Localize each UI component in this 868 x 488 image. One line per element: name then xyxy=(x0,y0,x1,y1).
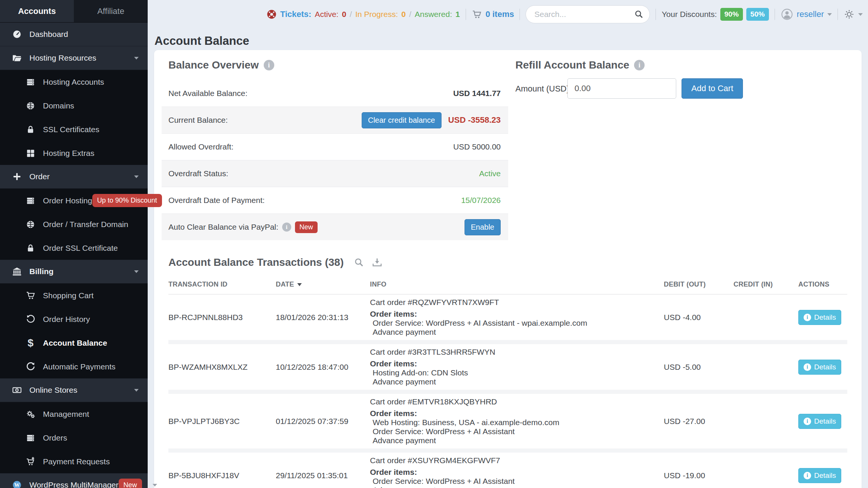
tab-affiliate[interactable]: Affiliate xyxy=(74,0,148,22)
add-to-cart-button[interactable]: Add to Cart xyxy=(682,78,743,99)
user-menu[interactable]: reseller xyxy=(781,8,832,21)
sidebar-item-billing[interactable]: Billing xyxy=(0,260,148,284)
search-box xyxy=(526,5,650,23)
transaction-debit: USD -19.00 xyxy=(664,471,734,480)
info-icon[interactable]: i xyxy=(264,60,274,70)
tickets-inprogress-label: In Progress: xyxy=(355,10,398,19)
transaction-id: BP-RCJPNNL88HD3 xyxy=(168,313,276,322)
discounts-area: Your Discounts: 90% 50% xyxy=(662,8,769,21)
caret-down-icon xyxy=(134,270,139,273)
sidebar-item-hosting-accounts[interactable]: Hosting Accounts xyxy=(0,70,148,94)
sidebar-item-hosting-resources[interactable]: Hosting Resources xyxy=(0,46,148,70)
sidebar-item-online-stores[interactable]: Online Stores xyxy=(0,378,148,402)
sidebar-badge: New xyxy=(119,479,142,488)
transaction-date: 29/11/2025 01:35:01 xyxy=(276,471,370,480)
overview-row-current-balance: Current Balance:Clear credit balanceUSD … xyxy=(162,107,508,133)
order-item: Order Service: WordPress + AI Assistant xyxy=(370,427,664,436)
overview-row-allowed-overdraft: Allowed Overdraft:USD 5000.00 xyxy=(162,133,508,160)
sidebar-item-label: Hosting Resources xyxy=(29,53,96,63)
server-icon xyxy=(23,196,38,206)
sidebar-item-domains[interactable]: Domains xyxy=(0,94,148,117)
sidebar-item-label: Online Stores xyxy=(29,386,77,395)
tab-accounts[interactable]: Accounts xyxy=(0,0,74,22)
sidebar-item-label: Order / Transfer Domain xyxy=(43,220,128,229)
col-transaction-id: TRANSACTION ID xyxy=(168,281,276,288)
col-date[interactable]: DATE xyxy=(276,281,370,288)
sort-desc-icon xyxy=(297,283,302,286)
sidebar-item-orders[interactable]: Orders xyxy=(0,426,148,450)
grid-icon xyxy=(23,148,38,158)
order-item: Order Service: WordPress + AI Assistant xyxy=(370,477,664,486)
balance-overview-title: Balance Overview i xyxy=(168,59,274,71)
table-search-icon[interactable] xyxy=(353,257,365,268)
globe-icon xyxy=(23,101,38,111)
order-item: Hosting Add-on: CDN Slots xyxy=(370,368,664,377)
refill-title-text: Refill Account Balance xyxy=(515,59,629,71)
transaction-date: 18/01/2026 20:31:13 xyxy=(276,313,370,322)
tickets-inprogress-count: 0 xyxy=(401,10,406,19)
sidebar-item-dashboard[interactable]: Dashboard xyxy=(0,23,148,46)
separator: / xyxy=(409,10,411,19)
sidebar-item-automatic-payments[interactable]: Automatic Payments xyxy=(0,355,148,378)
sidebar-item-order-transfer-domain[interactable]: Order / Transfer Domain xyxy=(0,212,148,236)
chevron-down-icon xyxy=(827,13,832,16)
cart-status[interactable]: 0 items xyxy=(472,9,514,20)
transaction-info: Cart order #XSUYRGM4EKGFWVF7Order items:… xyxy=(370,456,664,488)
sidebar-item-ssl-certificates[interactable]: SSL Certificates xyxy=(0,117,148,141)
amount-input[interactable] xyxy=(567,78,676,99)
sidebar-item-management[interactable]: Management xyxy=(0,402,148,426)
details-button[interactable]: iDetails xyxy=(798,310,841,325)
sidebar-item-wordpress-multimanager[interactable]: WWordPress MultiManagerNew xyxy=(0,473,148,488)
sidebar-item-label: SSL Certificates xyxy=(43,125,99,134)
sidebar-item-shopping-cart[interactable]: Shopping Cart xyxy=(0,284,148,307)
sidebar-item-order-history[interactable]: Order History xyxy=(0,307,148,331)
transactions-rows: BP-RCJPNNL88HD318/01/2026 20:31:13Cart o… xyxy=(168,294,847,488)
overview-value: USD 5000.00 xyxy=(453,142,501,151)
cart-items-count: 0 items xyxy=(486,9,514,19)
search-icon[interactable] xyxy=(634,9,644,20)
transaction-debit: USD -5.00 xyxy=(664,363,734,372)
wordpress-icon: W xyxy=(10,480,24,488)
sidebar-item-label: Account Balance xyxy=(43,339,107,348)
info-icon[interactable]: i xyxy=(282,223,291,232)
info-icon: i xyxy=(804,418,811,425)
order-item: Advance payment xyxy=(370,377,664,386)
transaction-info: Cart order #RQZWFYVRTN7XW9FTOrder items:… xyxy=(370,298,664,337)
transaction-id: BP-WZAMHX8MXLXZ xyxy=(168,363,276,372)
banknote-icon xyxy=(10,385,24,395)
discounts-label: Your Discounts: xyxy=(662,10,717,19)
sidebar: Accounts Affiliate DashboardHosting Reso… xyxy=(0,0,148,488)
transaction-info: Cart order #3R3TTLS3HRR5FWYNOrder items:… xyxy=(370,348,664,386)
sidebar-item-order-hosting[interactable]: Order HostingUp to 90% Discount xyxy=(0,189,148,212)
row-separator xyxy=(168,340,847,344)
order-item: Advance payment xyxy=(370,436,664,445)
tickets-status[interactable]: Tickets: Active: 0 / In Progress: 0 / An… xyxy=(266,9,460,20)
overview-value: Active xyxy=(479,169,501,178)
transaction-info: Cart order #EMTVR18KXJQBYHRDOrder items:… xyxy=(370,397,664,445)
info-icon: i xyxy=(804,314,811,321)
avatar-icon xyxy=(781,8,793,21)
info-icon[interactable]: i xyxy=(634,60,645,70)
sidebar-item-order[interactable]: Order xyxy=(0,165,148,189)
col-info: INFO xyxy=(370,281,664,288)
info-icon: i xyxy=(804,472,811,479)
sidebar-item-payment-requests[interactable]: Payment Requests xyxy=(0,450,148,473)
overview-row-overdraft-status: Overdraft Status:Active xyxy=(162,160,508,187)
app-window: Tickets: Active: 0 / In Progress: 0 / An… xyxy=(0,0,868,488)
theme-toggle[interactable] xyxy=(844,9,863,20)
overview-value: USD 1441.77 xyxy=(453,89,501,98)
clear-credit-balance-button[interactable]: Clear credit balance xyxy=(362,112,442,128)
enable-button[interactable]: Enable xyxy=(465,219,501,235)
sidebar-item-account-balance[interactable]: $Account Balance xyxy=(0,331,148,355)
sidebar-item-order-ssl-certificate[interactable]: Order SSL Certificate xyxy=(0,236,148,260)
svg-text:W: W xyxy=(14,482,20,488)
details-button[interactable]: iDetails xyxy=(798,360,841,375)
cart-plus-icon xyxy=(23,456,38,467)
details-button[interactable]: iDetails xyxy=(798,468,841,483)
overview-label: Net Available Balance: xyxy=(168,89,248,98)
download-icon[interactable] xyxy=(371,257,383,268)
sidebar-item-label: Order SSL Certificate xyxy=(43,244,118,253)
sidebar-item-hosting-extras[interactable]: Hosting Extras xyxy=(0,141,148,165)
details-button[interactable]: iDetails xyxy=(798,414,841,429)
search-input[interactable] xyxy=(533,9,634,19)
